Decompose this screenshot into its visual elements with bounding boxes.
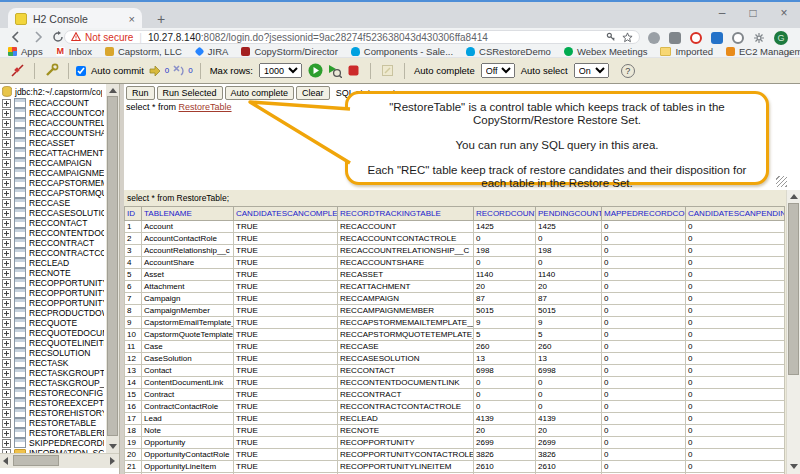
results-vertical-scrollbar[interactable] (786, 190, 800, 474)
expand-icon[interactable] (2, 329, 11, 338)
tree-item[interactable]: RECOPPORTUNITYLINE (2, 298, 104, 308)
tree-item[interactable]: SKIPPEDRECORDREAS (2, 438, 104, 448)
password-key-icon[interactable] (606, 32, 616, 42)
expand-icon[interactable] (2, 219, 11, 228)
run-icon[interactable] (308, 63, 323, 78)
expand-icon[interactable] (2, 169, 11, 178)
tree-item[interactable]: RESTOREEXCEPTION (2, 398, 104, 408)
expand-icon[interactable] (2, 389, 11, 398)
tree-item[interactable]: RECOPPORTUNITY (2, 278, 104, 288)
expand-icon[interactable] (2, 289, 11, 298)
refresh-objects-icon[interactable] (44, 63, 59, 78)
expand-icon[interactable] (2, 229, 11, 238)
auto-select-select[interactable]: On (574, 63, 609, 78)
sidebar-vertical-scrollbar[interactable] (106, 84, 119, 453)
opera-extension-icon[interactable] (690, 32, 702, 44)
run-selected-button[interactable]: Run Selected (157, 86, 223, 100)
close-icon[interactable]: × (770, 6, 798, 20)
run-selected-icon[interactable] (327, 63, 342, 78)
scroll-up-icon[interactable] (109, 88, 117, 93)
expand-icon[interactable] (2, 99, 11, 108)
expand-icon[interactable] (2, 129, 11, 138)
bookmark-star-icon[interactable] (622, 32, 633, 43)
tree-item[interactable]: RESTOREHISTORY (2, 408, 104, 418)
bookmark-item[interactable]: Apps (8, 46, 43, 57)
tree-item[interactable]: RECOPPORTUNITYCON (2, 288, 104, 298)
tree-item[interactable]: RECPRODUCTDOWNLO (2, 308, 104, 318)
expand-icon[interactable] (2, 269, 11, 278)
tree-item[interactable]: RECACCOUNTCONTACT (2, 108, 104, 118)
tree-item[interactable]: RECCONTRACTCONTAC (2, 248, 104, 258)
bookmark-item[interactable]: CopyStorm/Director (241, 46, 337, 57)
expand-icon[interactable] (2, 349, 11, 358)
settings-gear-icon[interactable] (753, 32, 765, 44)
expand-icon[interactable] (2, 149, 11, 158)
bookmark-item[interactable]: JIRA (195, 46, 229, 57)
bookmark-item[interactable]: Imported (660, 46, 713, 57)
tree-item[interactable]: RECTASKGROUPTASK_ (2, 368, 104, 378)
circle-extension-icon[interactable] (648, 32, 660, 44)
connection-node[interactable]: jdbc:h2:~/.capstorm/copyStor (2, 86, 102, 97)
expand-icon[interactable] (2, 399, 11, 408)
address-bar[interactable]: Not secure | 10.27.8.140 :8082/login.do?… (64, 30, 640, 44)
tree-item[interactable]: RECCAPSTORMQUOTET (2, 188, 104, 198)
expand-icon[interactable] (2, 179, 11, 188)
expand-icon[interactable] (2, 339, 11, 348)
help-icon[interactable]: ? (621, 64, 635, 78)
results-scroll-down-icon[interactable] (790, 464, 798, 469)
results-scroll-up-icon[interactable] (790, 194, 798, 199)
tree-item[interactable]: RECACCOUNTRELATION (2, 118, 104, 128)
sql-table-link[interactable]: RestoreTable (179, 102, 232, 112)
tree-item[interactable]: RECCONTACT (2, 218, 104, 228)
resize-grip-icon[interactable] (776, 176, 787, 187)
tab-close-icon[interactable]: × (129, 13, 135, 25)
not-secure-label[interactable]: Not secure (85, 32, 133, 43)
scroll-right-icon[interactable] (110, 457, 115, 465)
expand-icon[interactable] (2, 209, 11, 218)
commit-icon[interactable] (148, 63, 163, 78)
minimize-icon[interactable]: – (708, 6, 736, 20)
tree-item[interactable]: RECACCOUNT (2, 98, 104, 108)
tree-item[interactable]: RECQUOTE (2, 318, 104, 328)
expand-icon[interactable] (2, 249, 11, 258)
tree-item[interactable]: RECSOLUTION (2, 348, 104, 358)
new-tab-button[interactable]: + (152, 10, 170, 28)
tree-item[interactable]: RECACCOUNTSHARE (2, 128, 104, 138)
tree-item[interactable]: RECCONTRACT (2, 238, 104, 248)
expand-icon[interactable] (2, 319, 11, 328)
sync-extension-icon[interactable] (732, 32, 744, 44)
tree-item[interactable]: RECCAMPAIGNMEMBER (2, 168, 104, 178)
tree-item[interactable]: RECCASE (2, 198, 104, 208)
disconnect-icon[interactable] (10, 63, 25, 78)
edit-results-icon[interactable] (380, 63, 395, 78)
forward-icon[interactable] (32, 31, 44, 43)
sidebar-horizontal-scrollbar[interactable] (0, 453, 119, 468)
expand-icon[interactable] (2, 199, 11, 208)
tree-item[interactable]: RECQUOTELINEITEM (2, 338, 104, 348)
expand-icon[interactable] (2, 139, 11, 148)
bookmark-item[interactable]: MInbox (56, 46, 92, 57)
expand-icon[interactable] (2, 409, 11, 418)
expand-icon[interactable] (2, 419, 11, 428)
profile-avatar[interactable]: G (774, 31, 788, 45)
auto-complete-select[interactable]: Off (481, 63, 515, 78)
refresh-icon[interactable] (52, 31, 64, 43)
tree-item[interactable]: RECTASKGROUP__C (2, 378, 104, 388)
tree-item[interactable]: RECATTACHMENT (2, 148, 104, 158)
expand-icon[interactable] (2, 299, 11, 308)
tree-item[interactable]: RESTORETABLERECOR (2, 428, 104, 438)
tree-item[interactable]: RESTORECONFIG (2, 388, 104, 398)
expand-icon[interactable] (2, 189, 11, 198)
expand-icon[interactable] (2, 259, 11, 268)
expand-icon[interactable] (2, 429, 11, 438)
tab-h2-console[interactable]: H2 Console × (8, 8, 142, 30)
cancel-icon[interactable] (346, 63, 361, 78)
expand-icon[interactable] (2, 309, 11, 318)
tree-item[interactable]: RECASSET (2, 138, 104, 148)
expand-icon[interactable] (2, 369, 11, 378)
expand-icon[interactable] (2, 239, 11, 248)
run-button[interactable]: Run (126, 86, 155, 100)
tree-item[interactable]: RECQUOTEDOCUMENT (2, 328, 104, 338)
expand-icon[interactable] (2, 379, 11, 388)
expand-icon[interactable] (2, 439, 11, 448)
